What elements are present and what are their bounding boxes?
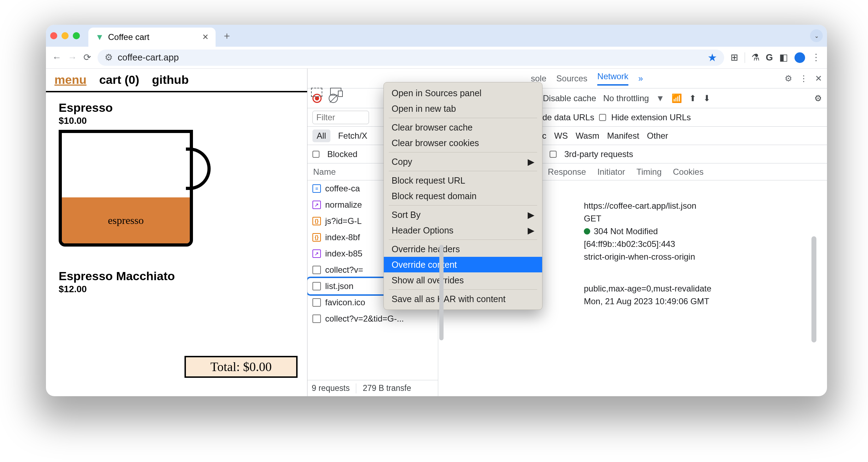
- checkbox[interactable]: [550, 151, 557, 158]
- nav-menu[interactable]: menu: [54, 73, 87, 87]
- cart-total[interactable]: Total: $0.00: [184, 356, 298, 378]
- mug-graphic[interactable]: espresso: [59, 130, 207, 250]
- tabs-dropdown[interactable]: ⌄: [810, 29, 823, 42]
- nav-github[interactable]: github: [152, 73, 189, 87]
- ctx-block-domain[interactable]: Block request domain: [384, 188, 542, 204]
- reload-button[interactable]: ⟳: [83, 52, 91, 63]
- upload-icon[interactable]: ⬆: [689, 93, 696, 103]
- filter-wasm[interactable]: Wasm: [576, 131, 599, 141]
- filter-all[interactable]: All: [312, 129, 330, 142]
- chevron-right-icon: ▶: [528, 210, 534, 220]
- tab-cookies[interactable]: Cookies: [673, 167, 704, 177]
- new-tab-button[interactable]: ＋: [222, 29, 232, 42]
- ctx-header-options[interactable]: Header Options▶: [384, 223, 542, 238]
- product-price: $12.00: [59, 284, 294, 295]
- page-content: menu cart (0) github Espresso $10.00 esp…: [46, 69, 307, 396]
- css-icon: ↗: [312, 249, 321, 258]
- product-name: Espresso: [59, 101, 294, 115]
- close-devtools-icon[interactable]: ✕: [815, 74, 822, 83]
- checkbox[interactable]: [599, 114, 606, 121]
- filter-manifest[interactable]: Manifest: [607, 131, 639, 141]
- request-summary: 9 requests 279 B transfe: [307, 380, 438, 396]
- request-method: GET: [584, 214, 601, 224]
- remote-address: [64:ff9b::4b02:3c05]:443: [584, 239, 675, 249]
- tab-response[interactable]: Response: [548, 167, 586, 177]
- ctx-save-har[interactable]: Save all as HAR with content: [384, 291, 542, 307]
- tab-sources[interactable]: Sources: [556, 74, 587, 83]
- product-name: Espresso Macchiato: [59, 269, 294, 283]
- maximize-window[interactable]: [73, 32, 80, 39]
- extensions-icon[interactable]: ⊞: [731, 52, 738, 63]
- chevron-down-icon[interactable]: ▼: [656, 93, 664, 103]
- sidepanel-icon[interactable]: ◧: [779, 52, 788, 63]
- checkbox[interactable]: [312, 151, 319, 158]
- filter-other[interactable]: Other: [647, 131, 668, 141]
- hide-ext-urls[interactable]: Hide extension URLs: [611, 112, 691, 122]
- request-url: https://coffee-cart.app/list.json: [584, 201, 696, 211]
- html-icon: ≡: [312, 184, 321, 193]
- ctx-copy[interactable]: Copy▶: [384, 154, 542, 169]
- product-macchiato: Espresso Macchiato $12.00: [46, 261, 307, 295]
- close-tab-icon[interactable]: ✕: [202, 33, 209, 42]
- minimize-window[interactable]: [61, 32, 69, 39]
- url-text: coffee-cart.app: [118, 52, 179, 63]
- scrollbar[interactable]: [811, 236, 816, 342]
- address-bar[interactable]: ⚙ coffee-cart.app ★: [98, 50, 724, 66]
- inspect-icon[interactable]: [311, 88, 322, 97]
- window-controls: [50, 32, 80, 39]
- download-icon[interactable]: ⬇: [703, 93, 710, 103]
- device-toolbar-icon[interactable]: [330, 88, 341, 96]
- nav-cart[interactable]: cart (0): [99, 73, 139, 87]
- third-party-label[interactable]: 3rd-party requests: [564, 149, 633, 159]
- request-row[interactable]: collect?v=2&tid=G-...: [307, 311, 438, 327]
- filter-ws[interactable]: WS: [554, 131, 568, 141]
- titlebar: ▼ Coffee cart ✕ ＋ ⌄: [46, 25, 827, 47]
- file-icon: [312, 314, 321, 323]
- blocked-label[interactable]: Blocked: [327, 149, 357, 159]
- filter-fetch[interactable]: Fetch/X: [338, 131, 368, 141]
- tab-network[interactable]: Network: [597, 71, 628, 86]
- ctx-override-content[interactable]: Override content: [384, 257, 542, 272]
- site-settings-icon[interactable]: ⚙: [105, 52, 113, 63]
- tab-initiator[interactable]: Initiator: [597, 167, 625, 177]
- file-icon: [312, 298, 321, 307]
- google-icon[interactable]: G: [766, 52, 773, 63]
- vue-icon: ▼: [95, 32, 104, 42]
- ctx-open-sources[interactable]: Open in Sources panel: [384, 85, 542, 101]
- ctx-clear-cache[interactable]: Clear browser cache: [384, 120, 542, 135]
- back-button[interactable]: ←: [52, 52, 61, 63]
- ctx-clear-cookies[interactable]: Clear browser cookies: [384, 135, 542, 151]
- chevron-right-icon: ▶: [528, 157, 534, 167]
- filter-input[interactable]: Filter: [312, 111, 369, 124]
- browser-toolbar: ← → ⟳ ⚙ coffee-cart.app ★ ⊞ ⚗ G ◧ ⋮: [46, 47, 827, 69]
- ctx-sort-by[interactable]: Sort By▶: [384, 207, 542, 223]
- kebab-icon[interactable]: ⋮: [799, 74, 808, 83]
- status-code: 304 Not Modified: [594, 226, 658, 236]
- hide-data-urls[interactable]: Hide data URLs: [534, 112, 594, 122]
- referrer-policy: strict-origin-when-cross-origin: [584, 252, 695, 262]
- throttling-select[interactable]: No throttling: [603, 93, 649, 103]
- more-tabs-icon[interactable]: »: [638, 74, 643, 83]
- file-icon: [312, 282, 321, 290]
- gear-icon[interactable]: ⚙: [814, 93, 822, 103]
- site-nav: menu cart (0) github: [46, 69, 307, 92]
- wifi-icon[interactable]: 📶: [671, 93, 682, 103]
- browser-tab[interactable]: ▼ Coffee cart ✕: [88, 28, 216, 47]
- close-window[interactable]: [50, 32, 57, 39]
- profile-avatar[interactable]: [794, 52, 805, 63]
- labs-icon[interactable]: ⚗: [751, 52, 760, 63]
- tab-timing[interactable]: Timing: [637, 167, 662, 177]
- forward-button[interactable]: →: [68, 52, 77, 63]
- bookmark-star-icon[interactable]: ★: [708, 51, 717, 64]
- ctx-show-overrides[interactable]: Show all overrides: [384, 272, 542, 288]
- gear-icon[interactable]: ⚙: [785, 74, 792, 83]
- js-icon: {}: [312, 233, 321, 242]
- scrollbar[interactable]: [439, 245, 444, 340]
- ctx-open-newtab[interactable]: Open in new tab: [384, 101, 542, 116]
- mug-fill-label: espresso: [62, 197, 190, 243]
- chevron-right-icon: ▶: [528, 225, 534, 236]
- ctx-override-headers[interactable]: Override headers: [384, 241, 542, 257]
- disable-cache-label[interactable]: Disable cache: [543, 93, 596, 103]
- chrome-menu-icon[interactable]: ⋮: [811, 52, 821, 63]
- ctx-block-url[interactable]: Block request URL: [384, 173, 542, 188]
